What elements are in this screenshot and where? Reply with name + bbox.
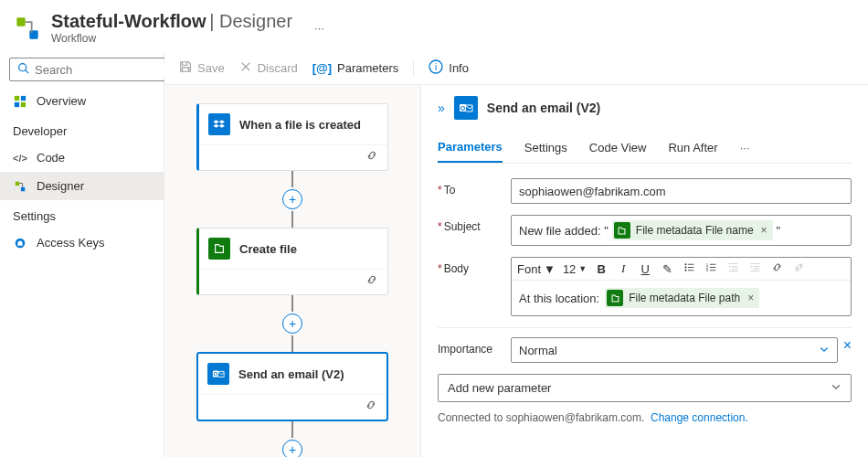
number-list-button[interactable]: 123 [704, 261, 718, 276]
remove-field-icon[interactable]: × [843, 337, 852, 354]
indent-button[interactable] [747, 261, 762, 276]
tab-run-after[interactable]: Run After [668, 133, 717, 162]
chevron-down-icon [819, 344, 830, 357]
search-icon [17, 62, 29, 77]
designer-icon [13, 180, 27, 193]
sidebar: « Overview Developer </> Code Designer S… [0, 52, 164, 457]
connection-icon[interactable] [365, 399, 377, 414]
label-body: *Body [438, 257, 511, 275]
save-button[interactable]: Save [179, 60, 225, 76]
toolbar: Save Discard [@] Parameters i Info [164, 52, 868, 85]
save-icon [179, 60, 192, 76]
underline-button[interactable]: U [638, 262, 652, 276]
svg-point-2 [19, 64, 26, 71]
outlook-icon: O [207, 363, 229, 385]
sidebar-item-access-keys[interactable]: Access Keys [0, 228, 164, 257]
sidebar-item-designer[interactable]: Designer [0, 172, 164, 200]
connector-line [291, 421, 293, 438]
svg-text:3: 3 [706, 268, 709, 272]
chevron-down-icon [831, 381, 842, 395]
connector-line [291, 295, 293, 312]
outdent-button[interactable] [725, 261, 740, 276]
body-editor[interactable]: Font ▼ 12 ▼ B I U ✎ 123 [511, 257, 852, 316]
dropbox-icon [208, 113, 230, 135]
file-icon [614, 222, 630, 239]
sidebar-item-overview[interactable]: Overview [0, 87, 164, 115]
add-step-button[interactable]: + [282, 189, 302, 209]
add-step-button[interactable]: + [282, 314, 302, 334]
sidebar-item-label: Designer [37, 179, 84, 193]
file-icon [607, 290, 623, 306]
svg-rect-5 [21, 95, 26, 100]
connector-line [291, 171, 293, 187]
svg-point-23 [684, 270, 686, 271]
parameters-button[interactable]: [@] Parameters [312, 61, 399, 75]
panel-tabs: Parameters Settings Code View Run After … [438, 133, 852, 164]
node-trigger[interactable]: When a file is created [196, 103, 388, 171]
svg-text:i: i [435, 62, 437, 72]
sidebar-item-label: Overview [37, 94, 86, 108]
remove-token-icon[interactable]: × [761, 224, 767, 237]
svg-point-22 [684, 267, 686, 269]
breadcrumb: Workflow [51, 32, 292, 45]
node-send-email[interactable]: O Send an email (V2) [196, 352, 388, 421]
tab-parameters[interactable]: Parameters [438, 133, 503, 163]
remove-token-icon[interactable]: × [747, 292, 754, 304]
font-size-selector[interactable]: 12 ▼ [563, 262, 587, 276]
page-header: Stateful-Workflow | Designer Workflow ··… [0, 0, 868, 52]
collapse-panel-icon[interactable]: » [438, 101, 445, 115]
body-content[interactable]: At this location: File metadata File pat… [512, 281, 851, 315]
sidebar-item-code[interactable]: </> Code [0, 143, 164, 172]
svg-rect-0 [16, 17, 25, 26]
connector-line [291, 211, 293, 228]
svg-rect-6 [15, 101, 19, 106]
sidebar-section-developer: Developer [0, 115, 164, 143]
importance-select[interactable]: Normal [511, 337, 838, 363]
outlook-icon: O [454, 96, 478, 120]
svg-rect-1 [29, 30, 37, 38]
tab-settings[interactable]: Settings [524, 133, 567, 162]
sidebar-item-label: Code [37, 151, 65, 165]
tabs-more-icon[interactable]: ··· [740, 141, 750, 154]
connection-icon[interactable] [365, 273, 378, 289]
discard-icon [239, 60, 252, 76]
bullet-list-button[interactable] [682, 261, 696, 276]
to-input[interactable]: sophiaowen@fabrikam.com [511, 178, 852, 204]
label-to: *To [438, 178, 511, 197]
tab-code-view[interactable]: Code View [589, 133, 647, 162]
node-title: Send an email (V2) [238, 367, 344, 381]
page-title: Stateful-Workflow [51, 11, 206, 31]
discard-button[interactable]: Discard [239, 60, 298, 76]
connection-icon[interactable] [365, 149, 378, 165]
sidebar-section-settings: Settings [0, 200, 164, 228]
more-icon[interactable]: ··· [314, 21, 324, 35]
italic-button[interactable]: I [616, 261, 630, 276]
info-icon: i [429, 59, 443, 77]
overview-icon [13, 95, 27, 108]
color-button[interactable]: ✎ [660, 262, 674, 276]
svg-rect-7 [21, 101, 26, 106]
access-keys-icon [13, 237, 27, 250]
svg-line-3 [26, 70, 28, 73]
toolbar-divider [413, 60, 414, 77]
bold-button[interactable]: B [594, 262, 609, 276]
add-step-button[interactable]: + [282, 440, 302, 457]
chevron-down-icon: ▼ [578, 264, 587, 273]
add-parameter-select[interactable]: Add new parameter [438, 374, 852, 402]
designer-canvas[interactable]: When a file is created + Create file [164, 85, 420, 457]
unlink-button[interactable] [791, 261, 806, 276]
code-icon: </> [13, 153, 27, 164]
token-file-path[interactable]: File metadata File path × [605, 288, 759, 308]
create-file-icon [208, 238, 230, 260]
node-create-file[interactable]: Create file [196, 228, 388, 295]
token-file-name[interactable]: File metadata File name × [612, 220, 773, 240]
info-button[interactable]: i Info [429, 59, 469, 77]
node-title: When a file is created [239, 118, 361, 132]
rtf-toolbar: Font ▼ 12 ▼ B I U ✎ 123 [512, 258, 851, 281]
svg-point-21 [684, 263, 686, 265]
font-selector[interactable]: Font ▼ [517, 262, 556, 276]
link-button[interactable] [769, 261, 784, 276]
change-connection-link[interactable]: Change connection. [651, 411, 748, 424]
subject-input[interactable]: New file added: " File metadata File nam… [511, 215, 852, 246]
connector-line [291, 335, 293, 352]
